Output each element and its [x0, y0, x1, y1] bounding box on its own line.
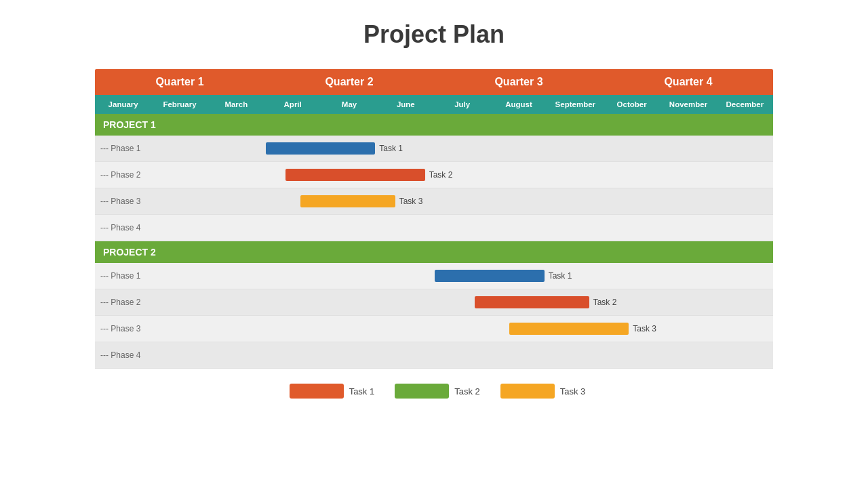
- phase-row: --- Phase 2Task 2: [95, 162, 773, 188]
- task-bar-label: Task 3: [633, 324, 656, 333]
- task-bar: [509, 323, 629, 335]
- phase-row: --- Phase 4: [95, 215, 773, 241]
- month-cell: September: [547, 95, 604, 114]
- legend-color-box: [500, 384, 555, 399]
- timeline-area: Task 1: [176, 136, 773, 161]
- phase-row: --- Phase 2Task 2: [95, 289, 773, 316]
- task-bar-label: Task 1: [549, 271, 572, 281]
- phase-label: --- Phase 2: [95, 298, 176, 307]
- task-bar: [475, 296, 589, 308]
- legend-label: Task 1: [349, 386, 375, 396]
- phase-label: --- Phase 3: [95, 324, 176, 333]
- phase-label: --- Phase 4: [95, 223, 176, 232]
- month-cell: March: [208, 95, 264, 114]
- timeline-area: Task 2: [176, 289, 773, 315]
- phase-label: --- Phase 1: [95, 271, 176, 281]
- bar-container: Task 3: [509, 323, 656, 335]
- legend-label: Task 2: [454, 386, 480, 396]
- timeline-area: Task 3: [176, 188, 773, 214]
- task-bar: [300, 195, 395, 207]
- month-cell: January: [95, 95, 151, 114]
- month-cell: February: [151, 95, 208, 114]
- task-bar-label: Task 3: [399, 197, 423, 206]
- phase-row: --- Phase 3Task 3: [95, 188, 773, 215]
- month-cell: July: [434, 95, 490, 114]
- month-cell: April: [264, 95, 321, 114]
- month-cell: May: [321, 95, 377, 114]
- project-label-2: PROJECT 2: [95, 241, 773, 263]
- task-bar-label: Task 1: [379, 144, 403, 153]
- project-label-1: PROJECT 1: [95, 114, 773, 136]
- phase-label: --- Phase 3: [95, 197, 176, 206]
- month-cell: December: [717, 95, 773, 114]
- task-bar-label: Task 2: [593, 298, 617, 307]
- legend: Task 1Task 2Task 3: [290, 384, 586, 399]
- month-cell: November: [660, 95, 716, 114]
- month-cell: October: [604, 95, 660, 114]
- legend-color-box: [395, 384, 449, 399]
- legend-label: Task 3: [560, 386, 586, 396]
- timeline-area: [176, 342, 773, 368]
- phase-row: --- Phase 4: [95, 342, 773, 369]
- timeline-area: [176, 215, 773, 241]
- phase-row: --- Phase 3Task 3: [95, 316, 773, 342]
- phase-label: --- Phase 4: [95, 350, 176, 360]
- month-cell: June: [378, 95, 434, 114]
- task-bar: [285, 169, 425, 181]
- quarter-cell: Quarter 2: [264, 69, 434, 95]
- month-cell: August: [490, 95, 547, 114]
- quarter-cell: Quarter 3: [434, 69, 604, 95]
- phase-label: --- Phase 1: [95, 144, 176, 153]
- legend-item: Task 1: [290, 384, 375, 399]
- bar-container: Task 2: [475, 296, 616, 308]
- page-title: Project Plan: [363, 20, 505, 49]
- bar-container: Task 1: [266, 142, 403, 155]
- legend-item: Task 3: [500, 384, 586, 399]
- legend-item: Task 2: [395, 384, 480, 399]
- task-bar: [266, 142, 375, 155]
- timeline-area: Task 2: [176, 162, 773, 188]
- task-bar-label: Task 2: [429, 170, 453, 180]
- timeline-area: Task 3: [176, 316, 773, 342]
- gantt-chart: Quarter 1Quarter 2Quarter 3Quarter 4 Jan…: [95, 69, 773, 369]
- month-header: JanuaryFebruaryMarchAprilMayJuneJulyAugu…: [95, 95, 773, 114]
- timeline-area: Task 1: [176, 263, 773, 289]
- phase-label: --- Phase 2: [95, 170, 176, 180]
- projects-container: PROJECT 1--- Phase 1Task 1--- Phase 2Tas…: [95, 114, 773, 369]
- phase-row: --- Phase 1Task 1: [95, 263, 773, 289]
- bar-container: Task 1: [435, 270, 572, 282]
- bar-container: Task 2: [285, 169, 452, 181]
- legend-color-box: [290, 384, 344, 399]
- quarter-cell: Quarter 1: [95, 69, 264, 95]
- quarter-header: Quarter 1Quarter 2Quarter 3Quarter 4: [95, 69, 773, 95]
- task-bar: [435, 270, 544, 282]
- bar-container: Task 3: [300, 195, 422, 207]
- quarter-cell: Quarter 4: [604, 69, 773, 95]
- phase-row: --- Phase 1Task 1: [95, 136, 773, 162]
